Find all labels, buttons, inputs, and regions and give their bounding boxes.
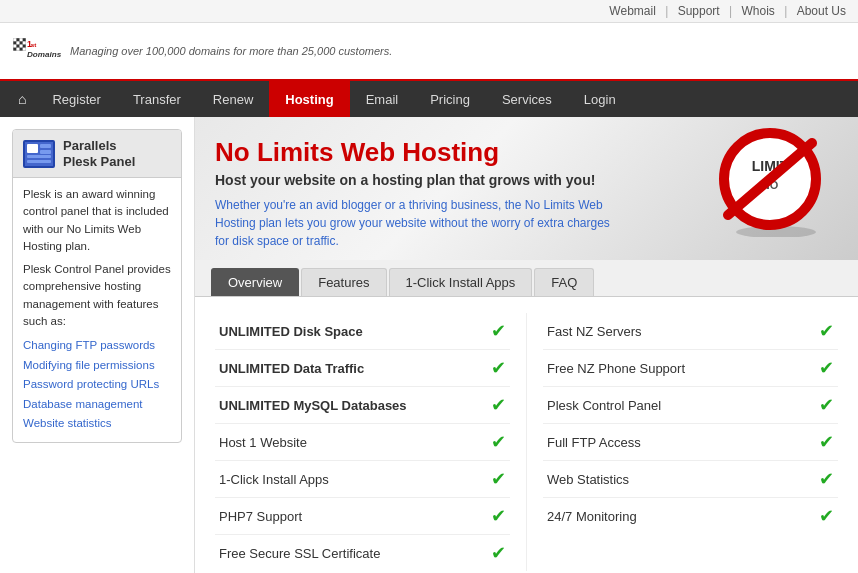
nav-email[interactable]: Email [350, 81, 415, 117]
support-link[interactable]: Support [678, 4, 720, 18]
features-right-col: Fast NZ Servers ✔ Free NZ Phone Support … [527, 313, 838, 571]
tab-features[interactable]: Features [301, 268, 386, 296]
feature-row-web-stats: Web Statistics ✔ [543, 461, 838, 498]
svg-rect-13 [27, 144, 38, 153]
feature-row-disk: UNLIMITED Disk Space ✔ [215, 313, 510, 350]
feature-row-ssl: Free Secure SSL Certificate ✔ [215, 535, 510, 571]
feature-row-website: Host 1 Website ✔ [215, 424, 510, 461]
feature-name-monitoring: 24/7 Monitoring [547, 509, 811, 524]
feature-row-1click: 1-Click Install Apps ✔ [215, 461, 510, 498]
logo-icon: 1 st Domains [12, 31, 62, 71]
sidebar-link-ftp[interactable]: Changing FTP passwords [23, 336, 171, 356]
plesk-panel-body: Plesk is an award winning control panel … [13, 178, 181, 442]
sidebar: Parallels Plesk Panel Plesk is an award … [0, 117, 195, 573]
plesk-panel-header: Parallels Plesk Panel [13, 130, 181, 178]
whois-link[interactable]: Whois [741, 4, 774, 18]
svg-rect-6 [20, 44, 23, 47]
hero-section: No Limits Web Hosting Host your website … [195, 117, 858, 260]
nav-transfer[interactable]: Transfer [117, 81, 197, 117]
feature-name-website: Host 1 Website [219, 435, 483, 450]
svg-text:st: st [31, 41, 37, 48]
check-nz-servers: ✔ [819, 320, 834, 342]
plesk-title-line1: Parallels [63, 138, 135, 154]
webmail-link[interactable]: Webmail [609, 4, 655, 18]
feature-row-nz-servers: Fast NZ Servers ✔ [543, 313, 838, 350]
nav-hosting[interactable]: Hosting [269, 81, 349, 117]
feature-name-plesk: Plesk Control Panel [547, 398, 811, 413]
check-monitoring: ✔ [819, 505, 834, 527]
feature-row-mysql: UNLIMITED MySQL Databases ✔ [215, 387, 510, 424]
feature-name-nz-phone: Free NZ Phone Support [547, 361, 811, 376]
nav-renew[interactable]: Renew [197, 81, 269, 117]
plesk-panel-box: Parallels Plesk Panel Plesk is an award … [12, 129, 182, 443]
feature-name-mysql: UNLIMITED MySQL Databases [219, 398, 483, 413]
feature-name-ftp: Full FTP Access [547, 435, 811, 450]
check-disk: ✔ [491, 320, 506, 342]
feature-row-ftp: Full FTP Access ✔ [543, 424, 838, 461]
check-traffic: ✔ [491, 357, 506, 379]
check-website: ✔ [491, 431, 506, 453]
header: 1 st Domains Managing over 100,000 domai… [0, 23, 858, 81]
features-columns: UNLIMITED Disk Space ✔ UNLIMITED Data Tr… [215, 313, 838, 571]
feature-name-1click: 1-Click Install Apps [219, 472, 483, 487]
logo: 1 st Domains [12, 31, 62, 71]
nav: ⌂ Register Transfer Renew Hosting Email … [0, 81, 858, 117]
feature-name-nz-servers: Fast NZ Servers [547, 324, 811, 339]
plesk-icon [23, 140, 55, 168]
tagline: Managing over 100,000 domains for more t… [70, 45, 392, 57]
plesk-desc1: Plesk is an award winning control panel … [23, 186, 171, 255]
main-layout: Parallels Plesk Panel Plesk is an award … [0, 117, 858, 573]
features-left-col: UNLIMITED Disk Space ✔ UNLIMITED Data Tr… [215, 313, 527, 571]
svg-rect-7 [16, 48, 19, 51]
sep1: | [665, 4, 668, 18]
tab-faq[interactable]: FAQ [534, 268, 594, 296]
sidebar-link-permissions[interactable]: Modifying file permissions [23, 356, 171, 376]
top-bar: Webmail | Support | Whois | About Us [0, 0, 858, 23]
feature-name-ssl: Free Secure SSL Certificate [219, 546, 483, 561]
svg-rect-15 [40, 150, 51, 154]
sep2: | [729, 4, 732, 18]
feature-row-plesk: Plesk Control Panel ✔ [543, 387, 838, 424]
svg-text:Domains: Domains [27, 50, 62, 59]
check-plesk: ✔ [819, 394, 834, 416]
features-area: UNLIMITED Disk Space ✔ UNLIMITED Data Tr… [195, 297, 858, 573]
feature-name-traffic: UNLIMITED Data Traffic [219, 361, 483, 376]
plesk-desc2: Plesk Control Panel provides comprehensi… [23, 261, 171, 330]
tabs-bar: Overview Features 1-Click Install Apps F… [195, 260, 858, 297]
sidebar-feature-links: Changing FTP passwords Modifying file pe… [23, 336, 171, 434]
tab-overview[interactable]: Overview [211, 268, 299, 296]
check-ftp: ✔ [819, 431, 834, 453]
svg-rect-1 [13, 38, 16, 41]
check-web-stats: ✔ [819, 468, 834, 490]
no-limits-sign-image: LIMIT NO [718, 127, 838, 227]
svg-rect-2 [20, 38, 23, 41]
feature-row-nz-phone: Free NZ Phone Support ✔ [543, 350, 838, 387]
nav-services[interactable]: Services [486, 81, 568, 117]
check-php: ✔ [491, 505, 506, 527]
sidebar-link-password[interactable]: Password protecting URLs [23, 375, 171, 395]
content-area: No Limits Web Hosting Host your website … [195, 117, 858, 573]
feature-name-disk: UNLIMITED Disk Space [219, 324, 483, 339]
hero-description: Whether you're an avid blogger or a thri… [215, 196, 615, 250]
nav-login[interactable]: Login [568, 81, 632, 117]
svg-rect-16 [27, 155, 51, 158]
check-nz-phone: ✔ [819, 357, 834, 379]
sidebar-link-stats[interactable]: Website statistics [23, 414, 171, 434]
nav-register[interactable]: Register [36, 81, 116, 117]
tab-1click[interactable]: 1-Click Install Apps [389, 268, 533, 296]
check-ssl: ✔ [491, 542, 506, 564]
svg-rect-8 [23, 48, 26, 51]
check-mysql: ✔ [491, 394, 506, 416]
svg-rect-4 [23, 41, 26, 44]
topbar-links: Webmail | Support | Whois | About Us [603, 4, 846, 18]
feature-name-web-stats: Web Statistics [547, 472, 811, 487]
nav-home-button[interactable]: ⌂ [8, 81, 36, 117]
svg-rect-5 [13, 44, 16, 47]
feature-name-php: PHP7 Support [219, 509, 483, 524]
nav-pricing[interactable]: Pricing [414, 81, 486, 117]
about-us-link[interactable]: About Us [797, 4, 846, 18]
svg-rect-3 [16, 41, 19, 44]
sidebar-link-database[interactable]: Database management [23, 395, 171, 415]
plesk-panel-title: Parallels Plesk Panel [63, 138, 135, 169]
feature-row-php: PHP7 Support ✔ [215, 498, 510, 535]
